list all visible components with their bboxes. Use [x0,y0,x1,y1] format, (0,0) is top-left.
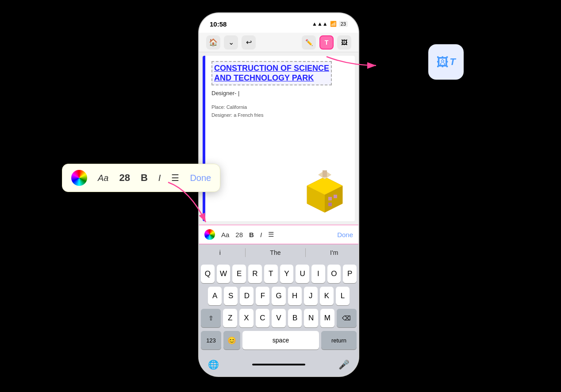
shift-key[interactable]: ⇧ [201,309,221,327]
doc-content[interactable]: CONSTRUCTION OF SCIENCE AND TECHNOLOGY P… [203,56,355,221]
floating-toolbar: Aa 28 B I ☰ Done [62,164,220,192]
key-a[interactable]: A [208,287,222,305]
key-s[interactable]: S [224,287,238,305]
ft-align-button[interactable]: ☰ [171,173,179,183]
image-icon: 🖼 [341,39,347,46]
back-button[interactable]: ↩ [242,35,256,50]
ft-font-size-display[interactable]: 28 [119,172,130,184]
home-button[interactable]: 🏠 [206,35,220,50]
key-z[interactable]: Z [223,309,237,327]
numbers-key[interactable]: 123 [201,331,221,350]
phone-toolbar: Aa 28 B I ☰ Done [199,225,358,244]
key-d[interactable]: D [240,287,254,305]
chevron-button[interactable]: ⌄ [224,35,238,50]
status-bar: 10:58 ▲▲▲ 📶 23 [199,13,358,33]
key-p[interactable]: P [343,265,357,283]
status-icons: ▲▲▲ 📶 23 [312,21,348,27]
doc-title[interactable]: CONSTRUCTION OF SCIENCE AND TECHNOLOGY P… [211,61,332,85]
designer-detail: Designer: a French fries [211,111,350,119]
app-icon-frame: 🖼 [436,55,449,69]
key-c[interactable]: C [256,309,270,327]
autocomplete-item-1[interactable]: i [211,247,230,258]
doc-title-line2: AND TECHNOLOGY PARK [214,73,314,82]
key-g[interactable]: G [272,287,285,305]
nav-right: ✏️ T 🖼 [302,35,351,50]
ft-italic-button[interactable]: I [158,173,161,183]
key-x[interactable]: X [239,309,254,327]
key-q[interactable]: Q [201,265,215,283]
key-n[interactable]: N [304,309,318,327]
text-style-button[interactable]: T [319,35,334,50]
app-icon-t: T [450,56,455,68]
key-w[interactable]: W [217,265,231,283]
text-style-icon: T [325,39,329,46]
key-o[interactable]: O [327,265,341,283]
autocomplete-item-3[interactable]: I'm [321,247,347,258]
key-e[interactable]: E [232,265,246,283]
key-row-3: ⇧ Z X C V B N M ⌫ [201,309,357,327]
key-k[interactable]: K [320,287,334,305]
key-i[interactable]: I [311,265,325,283]
autocomplete-bar: i The I'm [199,244,358,261]
key-row-4: 123 😊 space return [201,331,357,350]
nav-bar: 🏠 ⌄ ↩ ✏️ T 🖼 [199,33,358,52]
app-icon[interactable]: 🖼 T [428,44,464,80]
key-r[interactable]: R [248,265,262,283]
ft-color-wheel-button[interactable] [71,170,87,186]
home-icon: 🏠 [209,38,218,46]
align-button[interactable]: ☰ [268,231,274,238]
key-y[interactable]: Y [280,265,294,283]
italic-button[interactable]: I [260,231,262,238]
key-b[interactable]: B [288,309,302,327]
key-h[interactable]: H [288,287,302,305]
microphone-icon[interactable]: 🎤 [338,359,350,370]
building-illustration [298,168,351,221]
pencil-button[interactable]: ✏️ [302,35,316,50]
globe-icon[interactable]: 🌐 [208,359,219,370]
svg-rect-5 [334,195,337,198]
status-time: 10:58 [210,20,227,28]
key-row-1: Q W E R T Y U I O P [201,265,357,283]
home-indicator [252,364,305,365]
autocomplete-divider-1 [245,248,246,257]
chevron-icon: ⌄ [228,38,234,46]
doc-area: CONSTRUCTION OF SCIENCE AND TECHNOLOGY P… [199,52,358,225]
key-l[interactable]: L [336,287,350,305]
app-icon-image: 🖼 T [436,55,455,69]
battery-icon: 23 [339,21,348,27]
key-j[interactable]: J [304,287,318,305]
bold-button[interactable]: B [249,231,254,238]
ft-bold-button[interactable]: B [141,172,148,184]
color-wheel-button[interactable] [204,229,215,240]
key-v[interactable]: V [272,309,286,327]
key-m[interactable]: M [320,309,334,327]
svg-rect-8 [323,170,327,177]
done-button[interactable]: Done [337,231,353,238]
place-detail: Place: California [211,104,350,111]
image-button[interactable]: 🖼 [337,35,351,50]
keyboard: Q W E R T Y U I O P A S D F G H J K L ⇧ … [199,261,358,357]
doc-inner: CONSTRUCTION OF SCIENCE AND TECHNOLOGY P… [203,56,355,124]
autocomplete-divider-2 [305,248,306,257]
doc-title-line1: CONSTRUCTION OF SCIENCE [214,64,329,73]
return-key[interactable]: return [321,331,357,350]
ft-font-style-button[interactable]: Aa [98,173,108,183]
nav-left: 🏠 ⌄ ↩ [206,35,256,50]
key-t[interactable]: T [264,265,278,283]
key-row-2: A S D F G H J K L [201,287,357,305]
svg-rect-4 [328,197,332,200]
doc-subtitle[interactable]: Designer- | [211,90,350,96]
doc-details: Place: California Designer: a French fri… [211,104,350,119]
autocomplete-item-2[interactable]: The [261,247,289,258]
backspace-key[interactable]: ⌫ [337,309,357,327]
font-style-button[interactable]: Aa [221,231,229,238]
key-u[interactable]: U [296,265,309,283]
space-key[interactable]: space [242,331,319,350]
key-f[interactable]: F [256,287,269,305]
phone-frame: 10:58 ▲▲▲ 📶 23 🏠 ⌄ ↩ ✏️ T [199,13,358,376]
back-icon: ↩ [246,38,252,46]
subtitle-text: Designer- | [211,90,239,96]
ft-done-button[interactable]: Done [190,173,211,183]
emoji-key[interactable]: 😊 [223,331,240,350]
font-size-display[interactable]: 28 [235,231,243,238]
